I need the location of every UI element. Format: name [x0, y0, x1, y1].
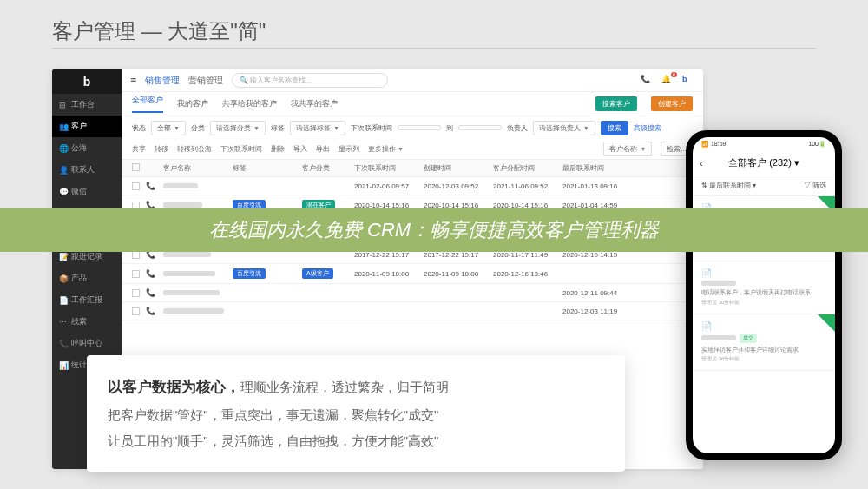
sidebar-item-4[interactable]: 💬微信: [52, 181, 122, 202]
customer-name: [163, 202, 202, 208]
table-row[interactable]: 📞 2021-02-06 09:57 2020-12-03 09:52 2021…: [122, 177, 703, 195]
subtab-3[interactable]: 我共享的客户: [291, 98, 338, 109]
action-0[interactable]: 共享: [132, 144, 146, 154]
sidebar-item-10[interactable]: ⋯线索: [52, 311, 122, 333]
sidebar-item-8[interactable]: 📦产品: [52, 268, 122, 289]
phone-header: ‹ 全部客户 (232) ▾: [693, 151, 835, 175]
advanced-search-link[interactable]: 高级搜索: [634, 123, 661, 133]
owner-label: 负责人: [507, 123, 528, 133]
phone-filter[interactable]: ▽ 筛选: [804, 181, 826, 190]
sidebar-icon: 📦: [59, 274, 68, 283]
phone-mockup: 📶 18:59 100🔋 ‹ 全部客户 (232) ▾ ⇅ 最后联系时间 ▾ ▽…: [686, 130, 842, 460]
card-meta: 管理员 30分钟前: [701, 299, 826, 307]
phone-icon[interactable]: 📞: [641, 75, 653, 87]
action-1[interactable]: 转移: [155, 144, 168, 154]
col-header-8[interactable]: 最后联系时间: [562, 163, 693, 173]
row-checkbox[interactable]: [132, 270, 140, 278]
sidebar-item-3[interactable]: 👤联系人: [52, 159, 122, 181]
date-cell: 2020-11-09 10:00: [424, 270, 493, 278]
row-checkbox[interactable]: [132, 182, 140, 190]
owner-select[interactable]: 请选择负责人▼: [533, 121, 595, 135]
action-6[interactable]: 导出: [316, 144, 330, 154]
date-cell: 2021-11-06 09:52: [493, 182, 562, 190]
status-select[interactable]: 全部▼: [151, 121, 186, 135]
col-header-2[interactable]: 客户名称: [163, 163, 233, 173]
col-header-4[interactable]: 客户分类: [302, 163, 354, 173]
phone-title[interactable]: 全部客户 (232) ▾: [728, 156, 799, 169]
sidebar-label: 客户: [71, 121, 87, 132]
date-to[interactable]: [458, 125, 502, 130]
date-from[interactable]: [398, 125, 441, 130]
table-row[interactable]: 📞 2020-12-11 09:44: [122, 284, 703, 302]
action-5[interactable]: 导入: [293, 144, 307, 154]
tag-select[interactable]: 请选择标签▼: [290, 121, 345, 135]
select-all-checkbox[interactable]: [132, 163, 140, 171]
phone-sort[interactable]: ⇅ 最后联系时间 ▾: [701, 181, 756, 190]
desc-bold: 以客户数据为核心，: [108, 379, 240, 395]
global-search[interactable]: 🔍 输入客户名称查找...: [232, 73, 388, 88]
subtab-2[interactable]: 共享给我的客户: [222, 98, 277, 109]
nav-sales[interactable]: 销售管理: [145, 75, 180, 87]
sidebar-item-9[interactable]: 📄工作汇报: [52, 289, 122, 311]
subtab-0[interactable]: 全部客户: [132, 95, 163, 113]
table-row[interactable]: 📞 百度引流 A级客户 2020-11-09 10:00 2020-11-09 …: [122, 264, 703, 284]
col-header-3[interactable]: 标签: [233, 163, 302, 173]
phone-card[interactable]: 📄 成交 实地拜访客户并和客户详细讨论需求 管理员 36分钟前: [693, 314, 835, 372]
notification-icon[interactable]: 🔔6: [661, 75, 674, 87]
call-icon[interactable]: 📞: [146, 307, 155, 315]
action-7[interactable]: 显示列: [339, 144, 359, 154]
filter-row: 状态 全部▼ 分类 请选择分类▼ 标签 请选择标签▼ 下次联系时间 到 负责人 …: [122, 116, 703, 139]
col-header-7[interactable]: 客户分配时间: [493, 163, 562, 173]
customer-name: [163, 290, 220, 295]
back-icon[interactable]: ‹: [700, 158, 703, 169]
action-4[interactable]: 删除: [271, 144, 285, 154]
phone-status-bar: 📶 18:59 100🔋: [693, 137, 835, 151]
nav-marketing[interactable]: 营销管理: [188, 75, 223, 87]
col-header-5[interactable]: 下次联系时间: [354, 163, 424, 173]
table-row[interactable]: 📞 2020-12-03 11:19: [122, 302, 703, 320]
call-icon[interactable]: 📞: [146, 288, 155, 297]
more-actions[interactable]: 更多操作 ▼: [368, 144, 404, 154]
phone-toolbar: ⇅ 最后联系时间 ▾ ▽ 筛选: [693, 175, 835, 196]
overlay-banner: 在线国内永久免费 CRM：畅享便捷高效客户管理利器: [0, 208, 868, 252]
create-customer-button[interactable]: 创建客户: [651, 96, 693, 111]
date-cell: 2021-02-06 09:57: [354, 182, 424, 190]
hamburger-icon[interactable]: ≡: [130, 75, 136, 87]
sidebar-item-0[interactable]: ⊞工作台: [52, 94, 122, 116]
card-meta: 管理员 36分钟前: [701, 355, 826, 363]
sidebar-item-2[interactable]: 🌐公海: [52, 137, 122, 159]
battery-icon: 100🔋: [808, 141, 826, 148]
search-customer-button[interactable]: 搜索客户: [595, 96, 637, 111]
call-icon[interactable]: 📞: [146, 182, 155, 190]
title-divider: [52, 48, 816, 49]
ribbon-icon: [818, 314, 835, 332]
description-card: 以客户数据为核心，理顺业务流程，透过繁杂，归于简明 把客户数据"管好"，重点突出…: [87, 355, 625, 472]
sidebar-label: 联系人: [71, 164, 95, 175]
row-checkbox[interactable]: [132, 307, 140, 315]
category-select[interactable]: 请选择分类▼: [210, 121, 266, 135]
call-icon[interactable]: 📞: [146, 269, 155, 278]
action-3[interactable]: 下次联系时间: [220, 144, 262, 154]
col-header-0[interactable]: [132, 163, 146, 173]
action-2[interactable]: 转移到公海: [177, 144, 212, 154]
card-name: [701, 335, 736, 340]
subtab-1[interactable]: 我的客户: [177, 98, 208, 109]
phone-card[interactable]: 📄 电话联系客户，客户说明天再打电话联系 管理员 30分钟前: [693, 261, 835, 314]
sort-select[interactable]: 客户名称▼: [603, 142, 652, 156]
tag-label: 标签: [271, 123, 285, 133]
date-cell: 2021-01-13 09:16: [562, 182, 693, 190]
col-header-1[interactable]: [146, 163, 163, 173]
sidebar-icon: 🌐: [59, 144, 68, 153]
tag-pill: 百度引流: [233, 268, 266, 279]
desc-3: 让员工用的"顺手"，灵活筛选，自由拖拽，方便才能"高效": [108, 428, 604, 454]
row-checkbox[interactable]: [132, 289, 140, 297]
search-button[interactable]: 搜索: [601, 121, 628, 135]
customer-name: [163, 308, 224, 314]
app-logo-icon[interactable]: b: [682, 75, 694, 87]
sidebar-item-11[interactable]: 📞呼叫中心: [52, 333, 122, 354]
date-cell: 2020-12-03 09:52: [424, 182, 493, 190]
sidebar-item-1[interactable]: 👥客户: [52, 116, 122, 137]
col-header-6[interactable]: 创建时间: [424, 163, 493, 173]
sidebar-icon: 📊: [59, 361, 68, 370]
card-desc: 电话联系客户，客户说明天再打电话联系: [701, 288, 826, 297]
